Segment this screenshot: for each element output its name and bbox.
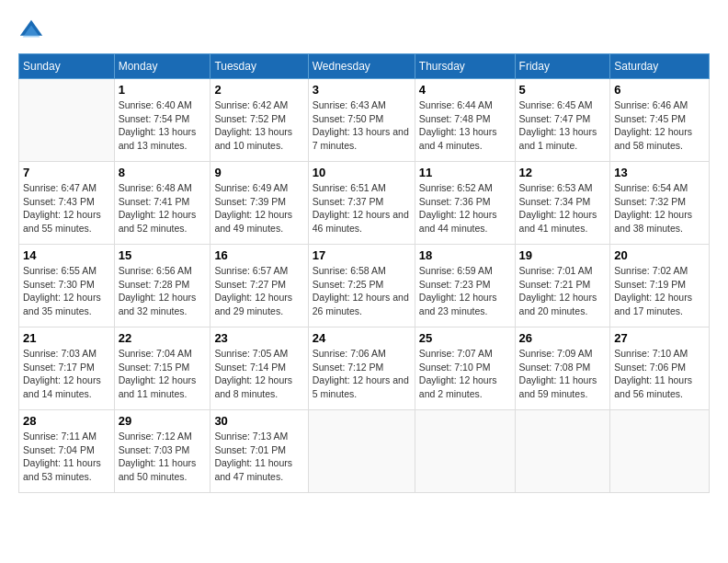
day-info: Sunrise: 6:52 AM Sunset: 7:36 PM Dayligh… xyxy=(419,181,511,236)
sunrise: Sunrise: 7:04 AM xyxy=(119,348,192,359)
header-day: Thursday xyxy=(415,54,515,79)
day-info: Sunrise: 7:11 AM Sunset: 7:04 PM Dayligh… xyxy=(23,430,110,484)
calendar-cell: 24 Sunrise: 7:06 AM Sunset: 7:12 PM Dayl… xyxy=(308,327,415,410)
calendar-week: 7 Sunrise: 6:47 AM Sunset: 7:43 PM Dayli… xyxy=(19,162,710,245)
daylight: Daylight: 12 hours and 44 minutes. xyxy=(419,209,497,234)
daylight: Daylight: 12 hours and 52 minutes. xyxy=(119,209,197,234)
day-info: Sunrise: 6:58 AM Sunset: 7:25 PM Dayligh… xyxy=(313,264,411,318)
calendar-cell xyxy=(19,79,115,162)
day-info: Sunrise: 7:06 AM Sunset: 7:12 PM Dayligh… xyxy=(313,347,411,401)
sunset: Sunset: 7:50 PM xyxy=(313,113,384,124)
calendar-cell: 15 Sunrise: 6:56 AM Sunset: 7:28 PM Dayl… xyxy=(114,245,210,327)
sunset: Sunset: 7:14 PM xyxy=(214,362,286,373)
calendar-cell xyxy=(308,410,415,493)
day-number: 15 xyxy=(119,248,207,262)
day-info: Sunrise: 6:46 AM Sunset: 7:45 PM Dayligh… xyxy=(614,98,705,153)
sunset: Sunset: 7:54 PM xyxy=(119,113,190,124)
daylight: Daylight: 12 hours and 32 minutes. xyxy=(119,292,197,316)
day-number: 19 xyxy=(519,248,607,262)
day-number: 10 xyxy=(313,166,411,179)
sunset: Sunset: 7:10 PM xyxy=(419,362,491,373)
daylight: Daylight: 12 hours and 11 minutes. xyxy=(119,374,197,399)
day-info: Sunrise: 6:59 AM Sunset: 7:23 PM Dayligh… xyxy=(419,264,511,318)
sunrise: Sunrise: 6:54 AM xyxy=(614,182,688,193)
calendar-cell: 9 Sunrise: 6:49 AM Sunset: 7:39 PM Dayli… xyxy=(210,162,308,245)
day-info: Sunrise: 6:45 AM Sunset: 7:47 PM Dayligh… xyxy=(519,98,607,153)
day-info: Sunrise: 7:12 AM Sunset: 7:03 PM Dayligh… xyxy=(119,430,207,484)
day-number: 14 xyxy=(23,248,110,262)
day-number: 3 xyxy=(313,83,411,97)
sunset: Sunset: 7:08 PM xyxy=(519,362,591,373)
day-number: 1 xyxy=(119,83,207,97)
daylight: Daylight: 12 hours and 8 minutes. xyxy=(214,374,292,399)
day-number: 4 xyxy=(419,83,511,97)
sunrise: Sunrise: 6:45 AM xyxy=(519,99,593,110)
calendar-cell: 29 Sunrise: 7:12 AM Sunset: 7:03 PM Dayl… xyxy=(114,410,210,493)
daylight: Daylight: 12 hours and 35 minutes. xyxy=(23,292,101,316)
calendar-cell xyxy=(415,410,515,493)
sunset: Sunset: 7:34 PM xyxy=(519,196,591,207)
calendar-cell: 16 Sunrise: 6:57 AM Sunset: 7:27 PM Dayl… xyxy=(210,245,308,327)
sunset: Sunset: 7:12 PM xyxy=(313,362,384,373)
daylight: Daylight: 12 hours and 41 minutes. xyxy=(519,209,597,234)
sunset: Sunset: 7:27 PM xyxy=(214,279,286,290)
day-info: Sunrise: 6:54 AM Sunset: 7:32 PM Dayligh… xyxy=(614,181,705,236)
daylight: Daylight: 12 hours and 23 minutes. xyxy=(419,292,497,316)
daylight: Daylight: 12 hours and 5 minutes. xyxy=(313,374,409,399)
sunrise: Sunrise: 6:46 AM xyxy=(614,99,688,110)
daylight: Daylight: 12 hours and 20 minutes. xyxy=(519,292,597,316)
day-number: 20 xyxy=(614,248,705,262)
logo xyxy=(18,18,48,44)
day-info: Sunrise: 7:13 AM Sunset: 7:01 PM Dayligh… xyxy=(214,430,303,484)
day-number: 11 xyxy=(419,166,511,179)
sunset: Sunset: 7:37 PM xyxy=(313,196,384,207)
sunset: Sunset: 7:17 PM xyxy=(23,362,95,373)
sunrise: Sunrise: 6:53 AM xyxy=(519,182,593,193)
daylight: Daylight: 12 hours and 55 minutes. xyxy=(23,209,101,234)
calendar-cell: 21 Sunrise: 7:03 AM Sunset: 7:17 PM Dayl… xyxy=(19,327,115,410)
day-number: 16 xyxy=(214,248,303,262)
sunrise: Sunrise: 6:51 AM xyxy=(313,182,386,193)
day-info: Sunrise: 7:09 AM Sunset: 7:08 PM Dayligh… xyxy=(519,347,607,401)
header-day: Wednesday xyxy=(308,54,415,79)
calendar-cell: 25 Sunrise: 7:07 AM Sunset: 7:10 PM Dayl… xyxy=(415,327,515,410)
calendar-cell: 10 Sunrise: 6:51 AM Sunset: 7:37 PM Dayl… xyxy=(308,162,415,245)
sunrise: Sunrise: 7:11 AM xyxy=(23,431,97,442)
daylight: Daylight: 12 hours and 46 minutes. xyxy=(313,209,409,234)
calendar-cell: 7 Sunrise: 6:47 AM Sunset: 7:43 PM Dayli… xyxy=(19,162,115,245)
sunset: Sunset: 7:28 PM xyxy=(119,279,190,290)
calendar-week: 28 Sunrise: 7:11 AM Sunset: 7:04 PM Dayl… xyxy=(19,410,710,493)
header-row: SundayMondayTuesdayWednesdayThursdayFrid… xyxy=(19,54,710,79)
day-info: Sunrise: 7:01 AM Sunset: 7:21 PM Dayligh… xyxy=(519,264,607,318)
calendar-cell: 22 Sunrise: 7:04 AM Sunset: 7:15 PM Dayl… xyxy=(114,327,210,410)
sunset: Sunset: 7:39 PM xyxy=(214,196,286,207)
sunrise: Sunrise: 6:59 AM xyxy=(419,265,493,276)
daylight: Daylight: 13 hours and 4 minutes. xyxy=(419,126,497,151)
daylight: Daylight: 11 hours and 47 minutes. xyxy=(214,457,292,482)
day-info: Sunrise: 6:48 AM Sunset: 7:41 PM Dayligh… xyxy=(119,181,207,236)
daylight: Daylight: 13 hours and 10 minutes. xyxy=(214,126,292,151)
page-header xyxy=(18,18,710,44)
day-number: 24 xyxy=(313,331,411,345)
daylight: Daylight: 12 hours and 58 minutes. xyxy=(614,126,692,151)
day-info: Sunrise: 6:43 AM Sunset: 7:50 PM Dayligh… xyxy=(313,98,411,153)
day-number: 17 xyxy=(313,248,411,262)
day-info: Sunrise: 7:05 AM Sunset: 7:14 PM Dayligh… xyxy=(214,347,303,401)
calendar-cell: 23 Sunrise: 7:05 AM Sunset: 7:14 PM Dayl… xyxy=(210,327,308,410)
day-number: 23 xyxy=(214,331,303,345)
calendar-cell: 17 Sunrise: 6:58 AM Sunset: 7:25 PM Dayl… xyxy=(308,245,415,327)
day-info: Sunrise: 6:57 AM Sunset: 7:27 PM Dayligh… xyxy=(214,264,303,318)
sunrise: Sunrise: 7:13 AM xyxy=(214,431,288,442)
calendar-cell: 11 Sunrise: 6:52 AM Sunset: 7:36 PM Dayl… xyxy=(415,162,515,245)
calendar-cell xyxy=(610,410,710,493)
daylight: Daylight: 11 hours and 59 minutes. xyxy=(519,374,597,399)
day-number: 5 xyxy=(519,83,607,97)
calendar-week: 1 Sunrise: 6:40 AM Sunset: 7:54 PM Dayli… xyxy=(19,79,710,162)
day-number: 29 xyxy=(119,414,207,428)
daylight: Daylight: 12 hours and 26 minutes. xyxy=(313,292,409,316)
calendar-cell: 5 Sunrise: 6:45 AM Sunset: 7:47 PM Dayli… xyxy=(515,79,610,162)
day-number: 6 xyxy=(614,83,705,97)
sunrise: Sunrise: 6:52 AM xyxy=(419,182,493,193)
day-number: 8 xyxy=(119,166,207,179)
sunset: Sunset: 7:52 PM xyxy=(214,113,286,124)
